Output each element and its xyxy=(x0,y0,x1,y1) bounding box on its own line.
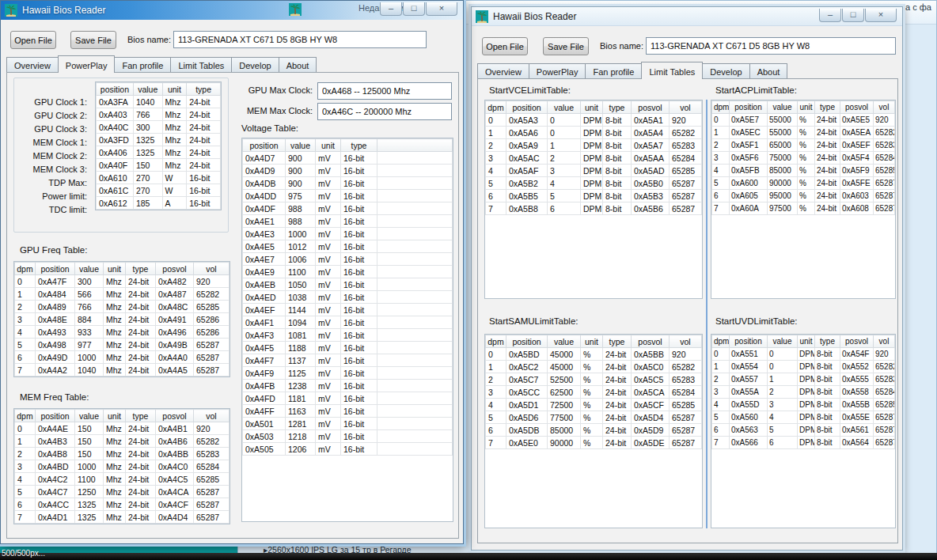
table-row[interactable]: 60xA5B55DPM8-bit0xA5B365287 xyxy=(486,190,702,202)
tab-powerplay[interactable]: PowerPlay xyxy=(529,63,586,78)
table-row[interactable]: 60xA5DB85000%24-bit0xA5D965287 xyxy=(486,424,702,437)
table-cell[interactable]: 0xA5C5 xyxy=(632,373,670,386)
table-cell[interactable]: 65287 xyxy=(670,177,702,190)
table-row[interactable]: 0xA3FD1325Mhz24-bit xyxy=(97,134,221,146)
table-cell[interactable]: 0xA49B xyxy=(156,339,194,351)
tab-develop[interactable]: Develop xyxy=(702,63,749,78)
table-cell[interactable]: 6 xyxy=(486,424,506,437)
table-cell[interactable]: DPM xyxy=(798,361,815,373)
table-cell[interactable]: 0xA5E0 xyxy=(506,437,548,449)
table-cell[interactable]: 0xA5AD xyxy=(632,165,670,177)
table-cell[interactable]: 6 xyxy=(15,498,36,511)
table-cell[interactable]: 0xA48E xyxy=(36,313,75,326)
table-cell[interactable]: 65287 xyxy=(194,511,230,524)
table-row[interactable]: 40xA493933Mhz24-bit0xA49665286 xyxy=(15,326,230,339)
table-cell[interactable]: 0xA4C5 xyxy=(156,473,194,486)
open-file-button[interactable]: Open File xyxy=(10,31,56,49)
table-cell[interactable]: 8-bit xyxy=(603,202,632,215)
table-cell[interactable]: 8-bit xyxy=(603,114,632,127)
table-cell[interactable]: 1000 xyxy=(75,351,104,364)
table-row[interactable]: 30xA5CC62500%24-bit0xA5CA65284 xyxy=(486,386,702,399)
tab-limit-tables[interactable]: Limit Tables xyxy=(641,62,703,79)
table-row[interactable]: 10xA5C245000%24-bit0xA5C065282 xyxy=(486,361,702,373)
table-cell[interactable]: 16-bit xyxy=(341,291,377,304)
table-row[interactable]: 0xA4F91125mV16-bit xyxy=(243,367,453,380)
table-cell[interactable]: 0xA612 xyxy=(97,197,134,210)
table-cell[interactable]: 0xA484 xyxy=(36,288,75,301)
table-cell[interactable]: % xyxy=(798,152,815,165)
table-cell[interactable]: mV xyxy=(316,190,341,202)
table-cell[interactable]: mV xyxy=(316,430,341,443)
table-cell[interactable]: 1 xyxy=(486,361,506,373)
table-cell[interactable]: 1206 xyxy=(286,443,316,456)
table-cell[interactable]: 5 xyxy=(712,177,730,190)
table-cell[interactable]: 977 xyxy=(75,339,104,351)
table-cell[interactable]: 0xA551 xyxy=(730,348,768,361)
table-cell[interactable]: 0xA563 xyxy=(730,424,768,437)
table-cell[interactable]: 65285 xyxy=(874,165,895,177)
table-cell[interactable]: 16-bit xyxy=(341,367,377,380)
table-cell[interactable]: 24-bit xyxy=(603,424,632,437)
table-cell[interactable]: Mhz xyxy=(104,288,126,301)
table-cell[interactable]: 65287 xyxy=(874,202,895,215)
table-cell[interactable]: 0xA610 xyxy=(97,172,134,184)
table-cell[interactable]: mV xyxy=(316,354,341,367)
table-cell[interactable]: % xyxy=(581,411,603,424)
table-cell[interactable]: 24-bit xyxy=(815,152,840,165)
table-cell[interactable]: 566 xyxy=(75,288,104,301)
table-cell[interactable]: 0xA5AF xyxy=(506,165,548,177)
table-cell[interactable]: 0xA5B3 xyxy=(632,190,670,202)
table-cell[interactable]: 2 xyxy=(15,448,36,460)
tab-powerplay[interactable]: PowerPlay xyxy=(58,55,116,73)
table-cell[interactable]: 0xA4DD xyxy=(243,190,286,202)
table-cell[interactable]: 1137 xyxy=(286,354,316,367)
table-cell[interactable]: 0xA5A9 xyxy=(506,139,548,152)
table-cell[interactable]: 65287 xyxy=(194,364,230,376)
table-cell[interactable]: 65287 xyxy=(874,177,895,190)
table-cell[interactable]: 24-bit xyxy=(126,339,156,351)
table-cell[interactable]: % xyxy=(798,114,815,127)
table-cell[interactable]: 0xA4CC xyxy=(36,498,75,511)
table-row[interactable]: 0xA4E71006mV16-bit xyxy=(243,253,453,266)
table-cell[interactable]: 24-bit xyxy=(126,351,156,364)
table-cell[interactable] xyxy=(377,253,453,266)
table-cell[interactable]: 65284 xyxy=(670,386,702,399)
table-cell[interactable]: 0xA55E xyxy=(840,411,874,424)
table-cell[interactable]: 6 xyxy=(486,190,506,202)
table-cell[interactable]: 7 xyxy=(15,364,36,376)
voltage-table[interactable]: positionvalueunittype0xA4D7900mV16-bit0x… xyxy=(242,138,453,456)
table-cell[interactable]: 16-bit xyxy=(341,240,377,253)
table-row[interactable]: 00xA47F300Mhz24-bit0xA482920 xyxy=(15,275,230,288)
table-cell[interactable]: 3 xyxy=(15,313,36,326)
table-cell[interactable]: 65000 xyxy=(768,139,798,152)
table-cell[interactable]: 0xA5F9 xyxy=(840,165,874,177)
table-cell[interactable]: mV xyxy=(316,240,341,253)
table-cell[interactable]: 65285 xyxy=(874,399,895,411)
table-row[interactable]: 0xA4E1988mV16-bit xyxy=(243,215,453,228)
table-cell[interactable]: 65286 xyxy=(194,326,230,339)
table-cell[interactable]: 45000 xyxy=(548,361,581,373)
table-cell[interactable]: Mhz xyxy=(104,498,126,511)
table-cell[interactable]: 16-bit xyxy=(341,304,377,316)
table-cell[interactable]: 0xA55D xyxy=(730,399,768,411)
table-row[interactable]: 70xA4A21040Mhz24-bit0xA4A565287 xyxy=(15,364,230,376)
table-row[interactable]: 60xA5635DPM8-bit0xA56165287 xyxy=(712,424,895,437)
table-row[interactable]: 70xA60A97500%24-bit0xA60865287 xyxy=(712,202,895,215)
table-row[interactable]: 0xA4E31000mV16-bit xyxy=(243,228,453,240)
table-cell[interactable]: 0 xyxy=(548,127,581,139)
table-row[interactable]: 20xA5A91DPM8-bit0xA5A765283 xyxy=(486,139,702,152)
table-cell[interactable]: 0 xyxy=(486,114,506,127)
table-cell[interactable]: 1238 xyxy=(286,380,316,392)
table-cell[interactable]: 0xA5E5 xyxy=(840,114,874,127)
tab-fan-profile[interactable]: Fan profile xyxy=(114,57,171,72)
table-cell[interactable]: 1100 xyxy=(286,266,316,278)
table-cell[interactable]: 0 xyxy=(768,348,798,361)
table-cell[interactable]: 988 xyxy=(286,202,316,215)
table-cell[interactable]: 24-bit xyxy=(126,313,156,326)
gpu-max-clock-input[interactable] xyxy=(317,82,452,100)
table-cell[interactable]: mV xyxy=(316,342,341,354)
table-cell[interactable]: 16-bit xyxy=(341,418,377,430)
table-cell[interactable]: 1094 xyxy=(286,316,316,329)
table-cell[interactable]: 0xA560 xyxy=(730,411,768,424)
table-cell[interactable]: mV xyxy=(316,215,341,228)
